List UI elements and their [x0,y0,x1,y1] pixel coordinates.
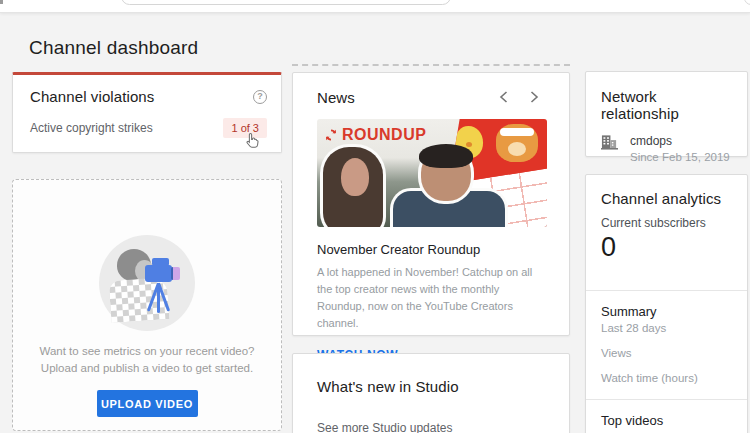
news-article-title: November Creator Roundup [317,242,545,257]
refresh-icon [324,128,338,142]
chevron-left-icon [499,91,508,103]
metric-watch-time: Watch time (hours) [601,372,732,384]
videographer-illustration [99,235,195,331]
woman-photo [319,145,397,227]
analytics-card-title: Channel analytics [601,190,732,207]
pointer-cursor-icon [243,131,261,155]
whats-new-title: What's new in Studio [317,378,545,395]
youtube-studio-dashboard: Channel dashboard Channel violations ? A… [0,0,750,433]
network-partner-row: cmdops Since Feb 15, 2019 [601,134,737,163]
news-thumbnail[interactable]: ROUNDUP [317,119,547,227]
carousel-next-button[interactable] [523,88,545,106]
chevron-right-icon [530,91,539,103]
upload-video-button[interactable]: UPLOAD VIDEO [97,390,198,417]
strikes-label: Active copyright strikes [30,121,153,135]
copyright-strikes-row: Active copyright strikes 1 of 3 [30,118,267,138]
news-card: News [292,72,570,336]
roundup-logo: ROUNDUP [324,126,426,144]
upload-prompt-line1: Want to see metrics on your recent video… [40,343,255,360]
summary-period: Last 28 days [601,322,732,334]
channel-violations-card: Channel violations ? Active copyright st… [12,72,282,153]
current-subscribers-value: 0 [601,232,732,263]
roundup-logo-text: ROUNDUP [342,126,426,144]
upload-prompt-line2: Upload and publish a video to get starte… [41,360,253,377]
news-article-body: A lot happened in November! Catchup on a… [317,264,545,332]
dashed-divider [292,64,570,66]
partner-since: Since Feb 15, 2019 [630,151,730,163]
carousel-prev-button[interactable] [492,88,514,106]
top-app-bar [0,0,750,13]
studio-updates-link[interactable]: See more Studio updates [317,421,452,433]
topbar-right-fragment [744,0,750,5]
top-videos-section-title: Top videos [601,413,732,428]
metric-views: Views [601,347,732,359]
camera-lens [171,267,180,280]
current-subscribers-label: Current subscribers [601,216,732,230]
partner-name: cmdops [630,134,730,148]
network-card-title: Network relationship [601,88,737,122]
topbar-left-fragment [0,0,3,4]
channel-analytics-card: Channel analytics Current subscribers 0 … [585,174,748,433]
news-card-title: News [317,89,355,106]
upload-metrics-card: Want to see metrics on your recent video… [12,179,282,431]
summary-section-title: Summary [601,304,732,319]
page-title: Channel dashboard [29,37,198,59]
help-icon[interactable]: ? [253,90,267,104]
camera-icon [145,265,172,282]
whats-new-card: What's new in Studio See more Studio upd… [292,353,570,433]
search-input[interactable] [121,0,451,5]
violations-card-title: Channel violations [30,88,154,105]
building-icon [601,134,618,150]
network-relationship-card: Network relationship cmdops Since Feb 15… [585,71,748,157]
man-photo [391,149,511,227]
